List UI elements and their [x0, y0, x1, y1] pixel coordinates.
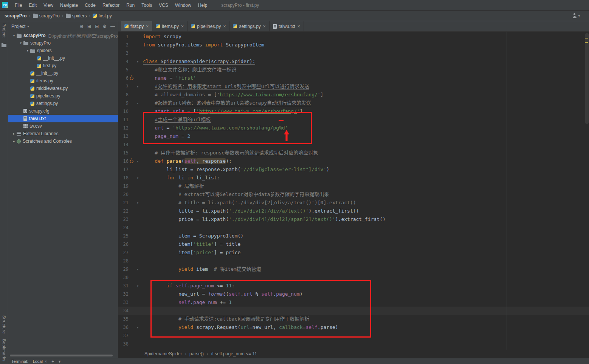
tree-item-spiders[interactable]: ▾spiders [8, 47, 118, 54]
settings-gear-icon[interactable]: ⚙ [102, 24, 107, 29]
override-marker-icon[interactable] [129, 77, 135, 80]
code-line-text[interactable]: name = 'first' [143, 74, 196, 82]
tree-item-scrapypro[interactable]: ▾scrapyPro [8, 39, 118, 47]
editor-tab-items-py[interactable]: items.py× [152, 21, 188, 31]
code-line-text[interactable]: import scrapy [143, 32, 181, 41]
code-line-text[interactable]: # extract可以将Selector对象中data参数存储的字符串提取出来 [143, 190, 329, 199]
code-line-text[interactable]: price = li.xpath('./div/div[4]/div[2]/sp… [143, 215, 386, 224]
locate-icon[interactable]: ⊕ [80, 24, 84, 29]
chevron-down-icon[interactable]: ▾ [578, 14, 580, 18]
stripe-project-button[interactable]: Project [2, 23, 6, 38]
editor-tab-taiwu-txt[interactable]: taiwu.txt× [270, 21, 304, 31]
folder-icon[interactable] [2, 44, 6, 47]
menu-item-window[interactable]: Window [172, 0, 195, 11]
menu-item-vcs[interactable]: VCS [155, 0, 172, 11]
fold-icon[interactable]: ▾ [135, 160, 140, 163]
menu-item-help[interactable]: Help [195, 0, 211, 11]
code-line-text[interactable]: # 局部解析 [143, 182, 204, 190]
code-line-text[interactable]: from scrapyPro.items import ScrapyproIte… [143, 41, 264, 49]
code-line-text[interactable]: item['title'] = title [143, 240, 240, 248]
chevron-down-icon[interactable]: ▾ [27, 25, 29, 28]
tab-close-icon[interactable]: × [146, 24, 149, 29]
fold-icon[interactable]: ▾ [135, 102, 140, 105]
editor-tab-first-py[interactable]: first.py× [121, 21, 152, 31]
tree-item-pipelines-py[interactable]: pipelines.py [8, 92, 118, 100]
fold-icon[interactable]: ▾ [135, 60, 140, 63]
tree-item-tw-csv[interactable]: tw.csv [8, 122, 118, 130]
tab-close-icon[interactable]: × [181, 24, 184, 29]
tree-item-items-py[interactable]: items.py [8, 77, 118, 85]
horizontal-scrollbar-thumb[interactable] [10, 355, 113, 356]
code-line-text[interactable]: class SpidernameSpider(scrapy.Spider): [143, 57, 255, 66]
editor-breadcrumb-parse[interactable]: parse() [189, 351, 204, 356]
tree-item-taiwu-txt[interactable]: taiwu.txt [8, 115, 118, 122]
code-line-text[interactable]: #允许的域名：用来限定start_urls列表中哪些url可以进行请求发送 [143, 82, 309, 91]
fold-icon[interactable]: ▾ [135, 201, 140, 205]
code-line-text[interactable]: # title = li.xpath('./div/div[2]/div/a/t… [143, 199, 356, 207]
code-line-text[interactable]: li_list = response.xpath('//div[@class="… [143, 165, 329, 174]
code-line-text[interactable]: #起始的url列表：该列表中存放的url会被scrapy自动进行请求的发送 [143, 99, 311, 107]
tree-item-first-py[interactable]: first.py [8, 62, 118, 69]
close-icon[interactable]: × [45, 359, 47, 364]
fold-icon[interactable]: ▾ [135, 85, 140, 88]
chevron-down-icon[interactable]: ▾ [11, 34, 17, 37]
collapse-all-icon[interactable]: ⊟ [95, 24, 99, 29]
code-line-text[interactable]: #爬虫文件名称：爬虫原文件唯一标识 [143, 66, 236, 74]
override-marker-icon[interactable] [129, 160, 135, 163]
tree-item-scrapy-cfg[interactable]: scrapy.cfg [8, 107, 118, 115]
fold-icon[interactable]: ▾ [135, 268, 140, 271]
menu-item-run[interactable]: Run [123, 0, 138, 11]
menu-item-tools[interactable]: Tools [138, 0, 155, 11]
add-tab-icon[interactable]: + [51, 359, 54, 364]
fold-icon[interactable]: ▾ [135, 284, 140, 288]
code-line-text[interactable]: title = li.xpath('./div/div[2]/div/a/tex… [143, 207, 359, 215]
project-panel-title[interactable]: Project [11, 24, 25, 29]
tab-close-icon[interactable]: × [223, 24, 226, 29]
editor-tab-settings-py[interactable]: settings.py× [229, 21, 269, 31]
code-line-text[interactable]: item = ScrapyproItem() [143, 232, 243, 240]
code-line-text[interactable]: item['price'] = price [143, 248, 240, 257]
user-icon[interactable] [572, 13, 577, 18]
tab-close-icon[interactable]: × [298, 24, 300, 29]
expand-all-icon[interactable]: ⊞ [87, 24, 91, 29]
chevron-down-icon[interactable]: ▾ [25, 49, 30, 52]
stripe-structure-button[interactable]: Structure [2, 315, 6, 334]
breadcrumb-item-scrapypro[interactable]: scrapyPro [5, 13, 27, 19]
code-line-text[interactable]: # allowed_domains = ['https://www.taiwu.… [143, 91, 323, 99]
code-line-text[interactable]: for li in li_list: [143, 174, 220, 182]
editor-breadcrumb-if-self-page-num-11[interactable]: if self.page_num <= 11 [211, 351, 257, 356]
stripe-bookmarks-button[interactable]: Bookmarks [2, 339, 6, 362]
breadcrumb-item-spiders[interactable]: spiders [66, 13, 87, 19]
tab-close-icon[interactable]: × [263, 24, 266, 29]
tree-item-external-libraries[interactable]: ▸External Libraries [8, 130, 118, 137]
code-line-text[interactable]: def parse(self, response): [143, 157, 232, 165]
terminal-tab-local[interactable]: Local × [33, 359, 47, 364]
chevron-down-icon[interactable]: ▾ [18, 41, 23, 45]
menu-item-code[interactable]: Code [81, 0, 99, 11]
editor-tab-pipelines-py[interactable]: pipelines.py× [188, 21, 229, 31]
breadcrumb-item-scrapypro[interactable]: scrapyPro [33, 13, 60, 19]
menu-item-refactor[interactable]: Refactor [99, 0, 123, 11]
tree-item-middlewares-py[interactable]: middlewares.py [8, 85, 118, 92]
fold-icon[interactable]: ▾ [135, 326, 140, 329]
terminal-label[interactable]: Terminal: [11, 359, 28, 364]
chevron-right-icon[interactable]: ▸ [11, 139, 17, 143]
hide-panel-icon[interactable]: — [110, 24, 115, 29]
menu-item-navigate[interactable]: Navigate [57, 0, 81, 11]
tree-item-scratches-and-consoles[interactable]: ▸Scratches and Consoles [8, 137, 118, 145]
menu-item-file[interactable]: File [11, 0, 25, 11]
code-line-text[interactable]: # 用作于数据解析: response参数表示的就是请求成功后对应的响应对象 [143, 149, 318, 157]
tree-item-init-py[interactable]: __init__.py [8, 69, 118, 77]
menu-item-view[interactable]: View [40, 0, 57, 11]
editor-scrollbar-thumb[interactable] [585, 33, 589, 124]
chevron-down-icon[interactable]: ▾ [59, 359, 61, 364]
tree-item-scrapypro[interactable]: ▾scrapyProD:\python代码管理\爬虫\scrapyPro [8, 32, 118, 39]
tree-item-settings-py[interactable]: settings.py [8, 100, 118, 107]
tree-item-init-py[interactable]: __init__.py [8, 54, 118, 62]
editor-breadcrumb-spidernamespider[interactable]: SpidernameSpider [144, 351, 182, 356]
chevron-right-icon[interactable]: ▸ [11, 132, 17, 136]
fold-icon[interactable]: ▾ [135, 176, 140, 180]
menu-item-edit[interactable]: Edit [25, 0, 40, 11]
breadcrumb-item-first-py[interactable]: first.py [93, 13, 112, 19]
code-line-text[interactable]: yield item # 将item提交给管道 [143, 265, 261, 273]
